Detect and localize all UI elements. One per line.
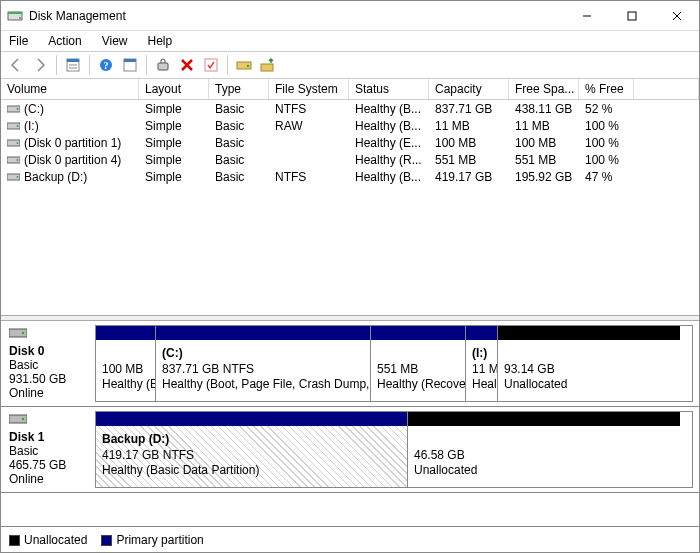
forward-button[interactable] — [29, 54, 51, 76]
close-button[interactable] — [654, 1, 699, 30]
volume-capacity: 11 MB — [429, 119, 509, 133]
svg-rect-15 — [158, 63, 168, 70]
volume-header: Volume Layout Type File System Status Ca… — [1, 79, 699, 100]
unallocated-swatch — [9, 535, 20, 546]
col-volume[interactable]: Volume — [1, 79, 139, 99]
svg-point-29 — [17, 176, 19, 178]
primary-swatch — [101, 535, 112, 546]
menu-help[interactable]: Help — [144, 33, 177, 49]
svg-point-25 — [17, 142, 19, 144]
partition-body: 100 MBHealthy (EF — [96, 340, 155, 401]
volume-name: (I:) — [24, 119, 39, 133]
disk-partitions: 100 MBHealthy (EF(C:)837.71 GB NTFSHealt… — [95, 325, 693, 402]
volume-row[interactable]: (Disk 0 partition 1)SimpleBasicHealthy (… — [1, 134, 699, 151]
col-filesystem[interactable]: File System — [269, 79, 349, 99]
col-freespace[interactable]: Free Spa... — [509, 79, 579, 99]
title-bar: Disk Management — [1, 1, 699, 31]
partition-stripe — [498, 326, 680, 340]
volume-status: Healthy (E... — [349, 136, 429, 150]
partition-body: (C:)837.71 GB NTFSHealthy (Boot, Page Fi… — [156, 340, 370, 401]
volume-capacity: 419.17 GB — [429, 170, 509, 184]
volume-name: (C:) — [24, 102, 44, 116]
col-spacer — [634, 79, 699, 99]
action1-button[interactable] — [233, 54, 255, 76]
show-hide-button[interactable] — [62, 54, 84, 76]
volume-layout: Simple — [139, 170, 209, 184]
svg-point-2 — [19, 17, 21, 19]
app-icon — [7, 8, 23, 24]
svg-rect-16 — [205, 59, 217, 71]
svg-rect-8 — [67, 59, 79, 62]
volume-name: (Disk 0 partition 4) — [24, 153, 121, 167]
volume-capacity: 837.71 GB — [429, 102, 509, 116]
partition-primary[interactable]: (C:)837.71 GB NTFSHealthy (Boot, Page Fi… — [156, 326, 371, 401]
window-title: Disk Management — [29, 9, 564, 23]
volume-name: (Disk 0 partition 1) — [24, 136, 121, 150]
svg-point-27 — [17, 159, 19, 161]
volume-pct: 100 % — [579, 119, 634, 133]
partition-stripe — [466, 326, 497, 340]
col-pctfree[interactable]: % Free — [579, 79, 634, 99]
action2-button[interactable] — [257, 54, 279, 76]
legend: Unallocated Primary partition — [1, 526, 699, 552]
partition-unallocated[interactable]: 93.14 GBUnallocated — [498, 326, 680, 401]
volume-name: Backup (D:) — [24, 170, 87, 184]
partition-primary[interactable]: (I:)11 MHeal — [466, 326, 498, 401]
delete-button[interactable] — [176, 54, 198, 76]
legend-primary: Primary partition — [101, 533, 203, 547]
volume-layout: Simple — [139, 136, 209, 150]
menu-view[interactable]: View — [98, 33, 132, 49]
menu-file[interactable]: File — [5, 33, 32, 49]
svg-rect-19 — [261, 64, 273, 71]
col-capacity[interactable]: Capacity — [429, 79, 509, 99]
partition-body: 551 MBHealthy (Recove — [371, 340, 465, 401]
svg-text:?: ? — [104, 60, 109, 71]
explore-button[interactable] — [152, 54, 174, 76]
properties2-button[interactable] — [119, 54, 141, 76]
col-type[interactable]: Type — [209, 79, 269, 99]
volume-fs: NTFS — [269, 102, 349, 116]
disk-label[interactable]: Disk 1Basic465.75 GBOnline — [1, 407, 95, 492]
partition-stripe — [96, 326, 155, 340]
back-button[interactable] — [5, 54, 27, 76]
disk-label[interactable]: Disk 0Basic931.50 GBOnline — [1, 321, 95, 406]
partition-primary[interactable]: 100 MBHealthy (EF — [96, 326, 156, 401]
volume-status: Healthy (B... — [349, 170, 429, 184]
volume-pct: 100 % — [579, 136, 634, 150]
partition-unallocated[interactable]: 46.58 GBUnallocated — [408, 412, 680, 487]
properties-button[interactable] — [200, 54, 222, 76]
volume-type: Basic — [209, 119, 269, 133]
maximize-button[interactable] — [609, 1, 654, 30]
volume-pct: 100 % — [579, 153, 634, 167]
volume-free: 195.92 GB — [509, 170, 579, 184]
volume-layout: Simple — [139, 102, 209, 116]
volume-layout: Simple — [139, 153, 209, 167]
separator — [89, 55, 90, 75]
col-status[interactable]: Status — [349, 79, 429, 99]
minimize-button[interactable] — [564, 1, 609, 30]
legend-unallocated: Unallocated — [9, 533, 87, 547]
partition-body: (I:)11 MHeal — [466, 340, 497, 401]
separator — [227, 55, 228, 75]
col-layout[interactable]: Layout — [139, 79, 209, 99]
svg-point-23 — [17, 125, 19, 127]
partition-primary[interactable]: 551 MBHealthy (Recove — [371, 326, 466, 401]
volume-empty-area[interactable] — [1, 185, 699, 315]
volume-type: Basic — [209, 153, 269, 167]
menu-action[interactable]: Action — [44, 33, 85, 49]
partition-stripe — [96, 412, 407, 426]
volume-row[interactable]: (C:)SimpleBasicNTFSHealthy (B...837.71 G… — [1, 100, 699, 117]
separator — [56, 55, 57, 75]
volume-list: Volume Layout Type File System Status Ca… — [1, 79, 699, 315]
volume-row[interactable]: (I:)SimpleBasicRAWHealthy (B...11 MB11 M… — [1, 117, 699, 134]
volume-pct: 47 % — [579, 170, 634, 184]
volume-row[interactable]: (Disk 0 partition 4)SimpleBasicHealthy (… — [1, 151, 699, 168]
help-button[interactable]: ? — [95, 54, 117, 76]
menu-bar: File Action View Help — [1, 31, 699, 51]
volume-row[interactable]: Backup (D:)SimpleBasicNTFSHealthy (B...4… — [1, 168, 699, 185]
volume-free: 11 MB — [509, 119, 579, 133]
partition-primary[interactable]: Backup (D:)419.17 GB NTFSHealthy (Basic … — [96, 412, 408, 487]
svg-point-21 — [17, 108, 19, 110]
volume-free: 100 MB — [509, 136, 579, 150]
volume-free: 438.11 GB — [509, 102, 579, 116]
